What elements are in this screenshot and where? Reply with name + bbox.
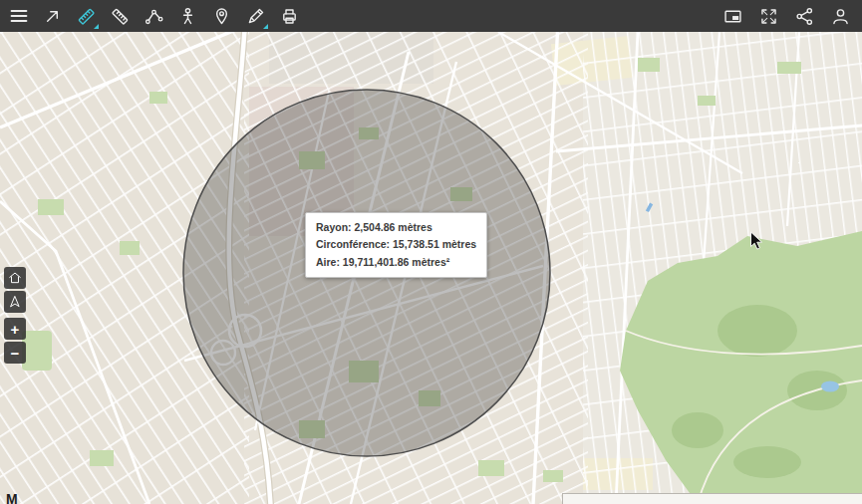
draw-pencil-button[interactable] xyxy=(242,3,269,30)
export-arrow-icon xyxy=(42,6,63,27)
share-icon xyxy=(794,6,815,27)
lake xyxy=(821,381,839,392)
ruler-icon xyxy=(110,6,131,27)
attribution-bar xyxy=(562,493,862,504)
account-icon xyxy=(830,6,851,27)
location-pin-button[interactable] xyxy=(208,3,235,30)
toolbar xyxy=(0,0,862,32)
printer-icon xyxy=(279,6,300,27)
ruler-button[interactable] xyxy=(107,3,134,30)
menu-icon xyxy=(8,5,30,27)
radius-readout: Rayon: 2,504.86 mètres xyxy=(316,219,476,236)
dropdown-caret xyxy=(263,24,268,29)
home-icon xyxy=(8,271,22,285)
toolbar-right-group xyxy=(719,3,862,30)
person-marker-button[interactable] xyxy=(174,3,201,30)
measure-distance-button[interactable] xyxy=(73,3,100,30)
share-button[interactable] xyxy=(791,3,818,30)
zoom-in-button[interactable]: + xyxy=(4,318,26,340)
map-viewport[interactable]: Rayon: 2,504.86 mètres Circonférence: 15… xyxy=(0,32,862,504)
home-button[interactable] xyxy=(4,267,26,289)
map-controls: + − xyxy=(4,267,26,366)
toolbar-left-group xyxy=(0,3,303,30)
locate-arrow-icon xyxy=(8,295,22,309)
location-pin-icon xyxy=(211,6,232,27)
circumference-readout: Circonférence: 15,738.51 mètres xyxy=(316,236,476,253)
measurement-tooltip: Rayon: 2,504.86 mètres Circonférence: 15… xyxy=(305,212,487,278)
fullscreen-icon xyxy=(758,6,779,27)
attribution-fragment: M xyxy=(6,491,18,504)
map-application: Rayon: 2,504.86 mètres Circonférence: 15… xyxy=(0,0,862,504)
measure-path-icon xyxy=(144,6,164,27)
zoom-out-button[interactable]: − xyxy=(4,342,26,364)
area-readout: Aire: 19,711,401.86 mètres² xyxy=(316,254,476,271)
fullscreen-button[interactable] xyxy=(755,3,782,30)
overview-map-icon xyxy=(722,6,743,27)
export-arrow-button[interactable] xyxy=(39,3,66,30)
locate-button[interactable] xyxy=(4,291,26,313)
overview-map-button[interactable] xyxy=(719,3,746,30)
menu-button[interactable] xyxy=(5,3,32,30)
dropdown-caret xyxy=(94,24,99,29)
measure-path-button[interactable] xyxy=(141,3,167,30)
print-button[interactable] xyxy=(276,3,303,30)
account-button[interactable] xyxy=(827,3,854,30)
person-marker-icon xyxy=(177,6,198,27)
